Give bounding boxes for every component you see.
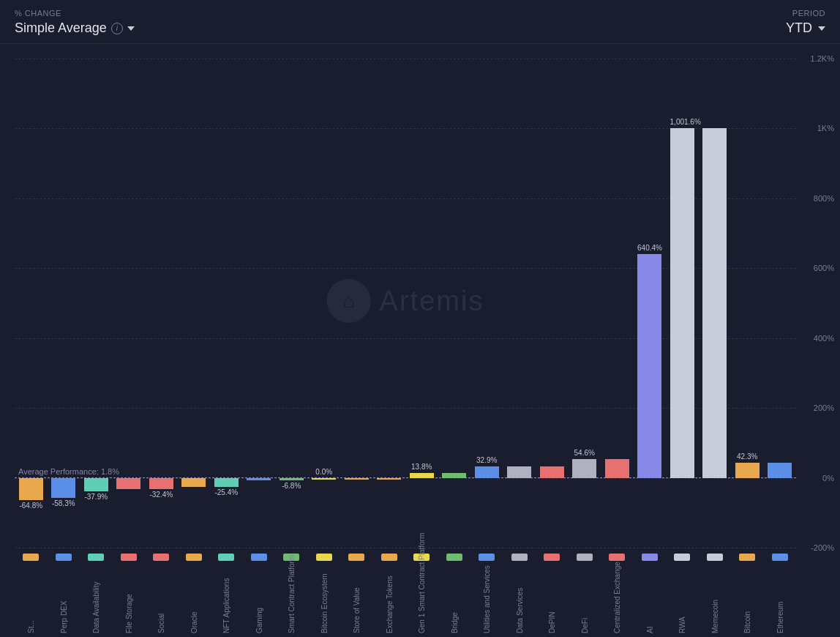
- bar: [702, 128, 727, 478]
- x-axis-label: Store of Value: [353, 564, 361, 633]
- bar-value-label: 32.9%: [475, 456, 499, 464]
- y-axis-label: -200%: [811, 543, 834, 552]
- info-icon: i: [111, 23, 123, 34]
- color-swatch: [218, 554, 234, 561]
- color-swatch: [348, 554, 364, 561]
- y-axis-label: 1.2K%: [811, 54, 834, 63]
- x-axis-label: Perp DEX: [60, 564, 68, 633]
- x-axis-label: AI: [646, 564, 654, 633]
- grid-line: [15, 548, 796, 548]
- color-swatch: [446, 554, 462, 561]
- bar-value-label: -64.8%: [19, 502, 43, 510]
- color-swatch: [23, 554, 39, 561]
- y-axis-label: 200%: [814, 403, 834, 412]
- bar: [475, 466, 499, 478]
- y-axis-label: 1K%: [817, 124, 834, 133]
- x-axis-label: DePIN: [548, 564, 556, 633]
- y-axis-label: 400%: [814, 334, 834, 343]
- bar: [540, 466, 564, 478]
- color-swatch: [577, 554, 593, 561]
- bar-value-label: 42.3%: [735, 452, 760, 461]
- header-left: % CHANGE Simple Average i: [15, 9, 135, 36]
- x-axis-label: Data Services: [516, 564, 524, 633]
- bar-value-label: -32.4%: [149, 491, 173, 499]
- x-axis-label: NFT Applications: [222, 564, 230, 633]
- bar-value-label: -6.8%: [280, 482, 304, 490]
- bar: [312, 478, 336, 480]
- color-swatch: [316, 554, 332, 561]
- bar: [605, 459, 629, 478]
- period-value: YTD: [786, 21, 812, 36]
- x-axis-label: St...: [27, 564, 35, 633]
- color-swatch: [707, 554, 723, 561]
- color-swatch: [88, 554, 104, 561]
- x-axis-label: Social: [157, 564, 165, 633]
- x-axis-label: DeFi: [581, 564, 589, 633]
- bar: [377, 478, 401, 480]
- x-axis-label: Oracle: [190, 564, 198, 633]
- header-right: PERIOD YTD: [786, 9, 825, 36]
- bar: [670, 128, 694, 478]
- color-swatch: [186, 554, 202, 561]
- chart-area: ⌂ Artemis 1.2K%1K%800%600%400%200%0%-200…: [15, 59, 796, 548]
- bar: [116, 478, 140, 489]
- color-swatch: [153, 554, 169, 561]
- color-swatch: [544, 554, 560, 561]
- bar-value-label: 54.6%: [572, 449, 596, 457]
- y-axis-label: 800%: [814, 194, 834, 203]
- grid-line: [15, 59, 796, 59]
- x-axis-label: Bitcoin Ecosystem: [320, 564, 329, 633]
- color-swatch: [479, 554, 495, 561]
- color-swatch: [772, 554, 788, 561]
- average-label: Average Performance: 1.8%: [18, 467, 119, 476]
- chevron-down-icon: [127, 26, 135, 31]
- color-swatch: [381, 554, 397, 561]
- bar-value-label: 1,001.6%: [670, 118, 694, 126]
- x-axis-label: RWA: [678, 564, 686, 633]
- bar: [507, 466, 531, 478]
- color-swatch: [674, 554, 690, 561]
- watermark-text: Artemis: [380, 286, 484, 317]
- color-swatch: [251, 554, 267, 561]
- bar: [442, 473, 466, 478]
- watermark-logo: ⌂: [327, 279, 371, 323]
- y-axis-label: 0%: [822, 474, 834, 483]
- x-axis-label: Utilities and Services: [483, 564, 491, 633]
- bar: [637, 254, 661, 478]
- bar: [768, 463, 792, 477]
- y-axis-label: 600%: [814, 264, 834, 272]
- bar: [181, 478, 206, 487]
- x-axis-label: Exchange Tokens: [386, 564, 394, 633]
- bar-value-label: -37.9%: [84, 493, 108, 501]
- bar: [84, 478, 108, 491]
- color-swatch: [56, 554, 72, 561]
- header: % CHANGE Simple Average i PERIOD YTD: [0, 0, 840, 44]
- x-axis-label: Bridge: [451, 564, 459, 633]
- bar: [280, 478, 304, 480]
- x-axis-label: Memecoin: [711, 564, 719, 633]
- bar: [19, 478, 43, 501]
- bar: [214, 478, 239, 487]
- x-axis-label: Smart Contract Platform: [288, 564, 296, 633]
- x-axis-label: Gen 1 Smart Contract Platform: [418, 564, 426, 633]
- x-axis-label: Centralized Exchange: [613, 564, 621, 633]
- period-dropdown[interactable]: YTD: [786, 21, 825, 36]
- bar-value-label: -25.4%: [214, 488, 239, 496]
- bar: [345, 478, 369, 480]
- bar: [410, 473, 434, 478]
- color-swatch: [511, 554, 528, 561]
- period-label: PERIOD: [792, 9, 825, 18]
- x-axis-label: Bitcoin: [743, 564, 751, 633]
- color-swatch: [609, 554, 625, 561]
- bar: [51, 478, 75, 499]
- aggregation-label: Simple Average: [15, 21, 107, 36]
- x-axis-label: Gaming: [255, 564, 263, 633]
- x-axis-label: Data Availability: [92, 564, 100, 633]
- x-axis-label: Ethereum: [776, 564, 784, 633]
- bar: [247, 478, 271, 480]
- bar: [149, 478, 173, 489]
- bar-value-label: 640.4%: [637, 244, 661, 252]
- aggregation-dropdown[interactable]: Simple Average i: [15, 21, 135, 36]
- color-swatch: [739, 554, 755, 561]
- bar: [735, 463, 760, 477]
